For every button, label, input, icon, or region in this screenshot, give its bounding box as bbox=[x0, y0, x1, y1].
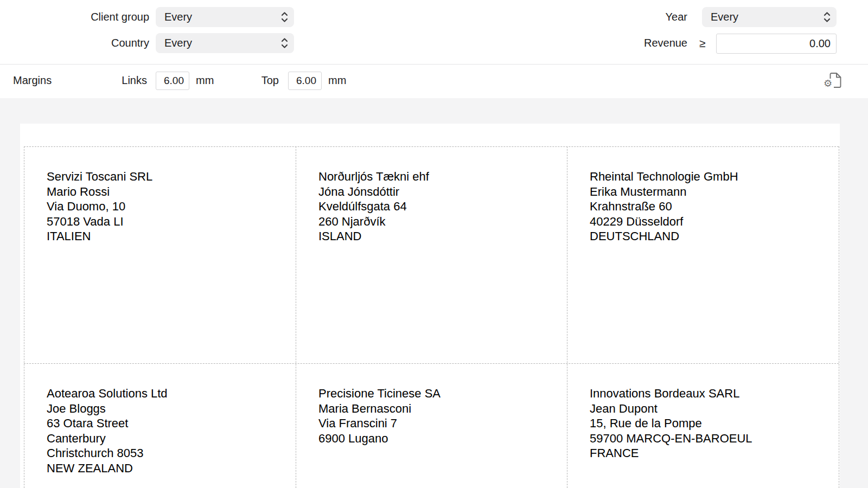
address-line: Krahnstraße 60 bbox=[590, 199, 833, 214]
grid-line bbox=[839, 146, 839, 488]
address-label: Precisione Ticinese SAMaria BernasconiVi… bbox=[296, 363, 567, 488]
margin-top-unit: mm bbox=[328, 74, 346, 87]
address-line: Canterbury bbox=[47, 431, 290, 446]
address-line: Servizi Toscani SRL bbox=[47, 169, 290, 184]
chevron-up-down-icon bbox=[823, 11, 831, 25]
gear-icon: ⚙ bbox=[824, 79, 832, 88]
filter-bar: Client group Every Country Every Year Ev… bbox=[0, 0, 868, 64]
address-line: Innovations Bordeaux SARL bbox=[590, 386, 833, 401]
label-preview-area: Servizi Toscani SRLMario RossiVia Duomo,… bbox=[0, 98, 868, 488]
address-label: Aotearoa Solutions LtdJoe Bloggs63 Otara… bbox=[24, 363, 296, 488]
address-line: Kveldúlfsgata 64 bbox=[318, 199, 561, 214]
address-line: Via Franscini 7 bbox=[318, 416, 561, 431]
address-line: 57018 Vada LI bbox=[47, 214, 290, 229]
revenue-input[interactable] bbox=[716, 34, 837, 54]
margin-left-label: Links bbox=[81, 74, 147, 87]
address-line: 59700 MARCQ-EN-BAROEUL bbox=[590, 431, 833, 446]
address-line: FRANCE bbox=[590, 446, 833, 461]
address-line: 260 Njarðvík bbox=[318, 214, 561, 229]
address-line: Christchurch 8053 bbox=[47, 446, 290, 461]
margin-top-label: Top bbox=[233, 74, 279, 87]
address-line: Erika Mustermann bbox=[590, 184, 833, 200]
greater-equal-symbol: ≥ bbox=[699, 37, 706, 50]
address-line: DEUTSCHLAND bbox=[590, 229, 833, 244]
address-line: ISLAND bbox=[318, 229, 561, 244]
address-label: Norðurljós Tækni ehfJóna JónsdóttirKveld… bbox=[296, 146, 567, 363]
chevron-up-down-icon bbox=[280, 37, 289, 52]
page-setup-button[interactable]: ⚙ bbox=[825, 72, 844, 93]
address-line: 6900 Lugano bbox=[318, 431, 561, 446]
client-group-label: Client group bbox=[0, 11, 149, 23]
margin-top-input[interactable] bbox=[288, 72, 322, 90]
address-line: 15, Rue de la Pompe bbox=[590, 416, 833, 431]
margin-left-unit: mm bbox=[196, 74, 214, 87]
address-line: Norðurljós Tækni ehf bbox=[318, 169, 561, 184]
address-label: Rheintal Technologie GmbHErika Musterman… bbox=[567, 146, 839, 363]
address-line: Jóna Jónsdóttir bbox=[318, 184, 561, 200]
year-select[interactable]: Every bbox=[702, 7, 837, 27]
country-select[interactable]: Every bbox=[156, 33, 294, 53]
label-sheet-page: Servizi Toscani SRLMario RossiVia Duomo,… bbox=[20, 124, 840, 488]
address-line: 63 Otara Street bbox=[47, 416, 290, 431]
address-line: 40229 Düsseldorf bbox=[590, 214, 833, 229]
address-label: Innovations Bordeaux SARLJean Dupont15, … bbox=[567, 363, 839, 488]
client-group-value: Every bbox=[156, 11, 192, 23]
address-line: Mario Rossi bbox=[47, 184, 290, 200]
address-line: NEW ZEALAND bbox=[47, 461, 290, 476]
address-line: Aotearoa Solutions Ltd bbox=[47, 386, 290, 401]
chevron-up-down-icon bbox=[280, 11, 289, 25]
address-line: ITALIEN bbox=[47, 229, 290, 244]
revenue-label: Revenue bbox=[570, 37, 687, 49]
year-label: Year bbox=[570, 11, 687, 23]
address-line: Joe Bloggs bbox=[47, 401, 290, 416]
country-value: Every bbox=[156, 37, 192, 49]
address-label: Servizi Toscani SRLMario RossiVia Duomo,… bbox=[24, 146, 296, 363]
margin-left-input[interactable] bbox=[156, 72, 189, 90]
country-label: Country bbox=[0, 37, 149, 49]
margins-title: Margins bbox=[13, 74, 52, 87]
address-line: Rheintal Technologie GmbH bbox=[590, 169, 833, 184]
margins-bar: Margins Links mm Top mm ⚙ bbox=[0, 64, 868, 99]
address-line: Via Duomo, 10 bbox=[47, 199, 290, 214]
year-value: Every bbox=[702, 11, 738, 23]
address-line: Jean Dupont bbox=[590, 401, 833, 416]
client-group-select[interactable]: Every bbox=[156, 7, 294, 27]
address-line: Maria Bernasconi bbox=[318, 401, 561, 416]
address-line: Precisione Ticinese SA bbox=[318, 386, 561, 401]
